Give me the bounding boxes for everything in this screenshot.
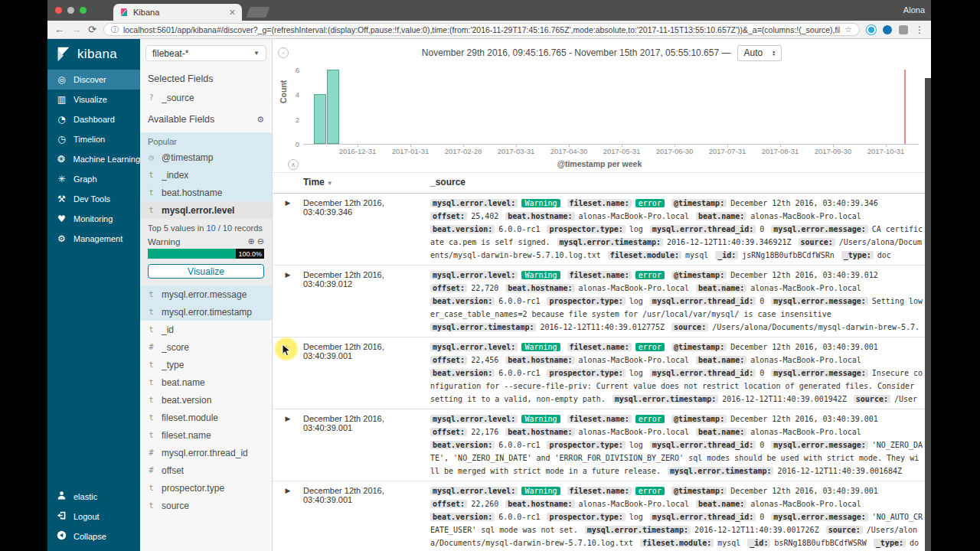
field-item-score[interactable]: #_score bbox=[140, 338, 272, 356]
field-item-mysql-error-level[interactable]: tmysql.error.level bbox=[140, 201, 272, 219]
field-value-highlight: Warning bbox=[521, 199, 560, 207]
screen: Kibana ✕ Alona ← → ⟳ ⓘ localhost:5601/ap… bbox=[0, 0, 980, 551]
field-item-prospector-type[interactable]: tprospector.type bbox=[140, 479, 272, 497]
maximize-window-button[interactable] bbox=[80, 7, 87, 14]
field-item-beat-version[interactable]: tbeat.version bbox=[140, 391, 272, 409]
collapse-histogram-button[interactable]: ∧ bbox=[288, 159, 299, 170]
field-value: December 12th 2016, 03:40:39.012 bbox=[730, 271, 878, 279]
field-value: 0 bbox=[760, 513, 764, 521]
field-value-highlight: error bbox=[635, 199, 665, 207]
field-name: source bbox=[162, 500, 189, 511]
column-header-time[interactable]: Time▼ bbox=[273, 177, 430, 187]
expand-doc-caret-icon[interactable]: ▶ bbox=[273, 412, 303, 478]
field-key-badge: @timestamp: bbox=[671, 487, 727, 495]
selected-fields-heading: Selected Fields bbox=[140, 66, 272, 89]
filter-out-value-icon[interactable]: ⊖ bbox=[257, 236, 264, 246]
field-name: beat.hostname bbox=[162, 187, 222, 198]
new-tab-button[interactable] bbox=[246, 7, 270, 18]
string-type-icon: t bbox=[148, 290, 155, 298]
records-count-link[interactable]: 10 bbox=[206, 223, 215, 233]
sidebar-item-visualize[interactable]: ▥Visualize bbox=[47, 90, 140, 109]
field-key-badge: beat.version: bbox=[430, 225, 495, 233]
field-key-badge: beat.hostname: bbox=[505, 212, 574, 220]
index-pattern-select[interactable]: filebeat-* ▼ bbox=[145, 45, 266, 61]
extension-icon-2[interactable] bbox=[883, 25, 892, 34]
back-icon[interactable]: ← bbox=[54, 24, 64, 34]
sidebar-item-dashboard[interactable]: ◔Dashboard bbox=[47, 109, 140, 129]
field-key-badge: offset: bbox=[430, 212, 467, 220]
field-item-beat-hostname[interactable]: tbeat.hostname bbox=[140, 184, 272, 201]
field-key-badge: mysql.error.level: bbox=[430, 271, 518, 279]
sidebar-footer-logout[interactable]: Logout bbox=[47, 507, 140, 527]
expand-doc-caret-icon[interactable]: ▶ bbox=[273, 269, 303, 334]
field-key-badge: offset: bbox=[430, 284, 467, 292]
histogram-chart: Count 64202016-12-312017-01-312017-02-28… bbox=[273, 64, 926, 169]
field-item-source[interactable]: tsource bbox=[140, 497, 272, 514]
refresh-icon[interactable]: ⟳ bbox=[88, 24, 96, 34]
address-bar[interactable]: ⓘ localhost:5601/app/kibana#/discover?_g… bbox=[103, 23, 860, 36]
field-item-mysql-error-timestamp[interactable]: tmysql.error.timestamp bbox=[140, 303, 272, 321]
field-item-offset[interactable]: #offset bbox=[140, 461, 272, 479]
histogram-bar[interactable] bbox=[327, 70, 339, 144]
url-text: localhost:5601/app/kibana#/discover?_g=(… bbox=[123, 25, 840, 34]
interval-select[interactable]: Auto ▲▼ bbox=[737, 45, 782, 61]
page-scrollbar[interactable] bbox=[925, 78, 931, 551]
sidebar-footer-elastic[interactable]: elastic bbox=[47, 487, 140, 507]
browser-profile-name: Alona bbox=[903, 5, 925, 15]
field-value: 2016-12-12T11:40:39.001942Z bbox=[722, 395, 847, 403]
close-window-button[interactable] bbox=[55, 7, 62, 14]
field-value: log bbox=[629, 513, 643, 521]
field-item-fileset-module[interactable]: tfileset.module bbox=[140, 409, 272, 426]
field-value: 22,260 bbox=[471, 500, 498, 508]
field-value-highlight: Warning bbox=[521, 271, 560, 279]
collapse-fields-sidebar-button[interactable]: ‹ bbox=[278, 47, 289, 58]
field-item-mysql-error-message[interactable]: tmysql.error.message bbox=[140, 285, 272, 303]
kibana-sidenav: kibana ◎Discover▥Visualize◔Dashboard◷Tim… bbox=[47, 39, 140, 551]
expand-doc-caret-icon[interactable]: ▶ bbox=[273, 197, 303, 262]
extension-icon-1[interactable] bbox=[867, 25, 876, 34]
forward-icon[interactable]: → bbox=[71, 24, 81, 34]
field-key-badge: mysql.error.thread_id: bbox=[650, 369, 756, 377]
field-key-badge: source: bbox=[826, 526, 863, 534]
field-item-fileset-name[interactable]: tfileset.name bbox=[140, 426, 272, 444]
sidebar-item-discover[interactable]: ◎Discover bbox=[47, 70, 140, 90]
field-value: mysql bbox=[685, 251, 708, 259]
histogram-plot-area[interactable]: 64202016-12-312017-01-312017-02-282017-0… bbox=[303, 70, 919, 145]
field-settings-gear-icon[interactable]: ⚙ bbox=[256, 115, 264, 125]
sidebar-item-dev-tools[interactable]: ⚒Dev Tools bbox=[47, 189, 140, 209]
sidebar-item-monitoring[interactable]: ♥Monitoring bbox=[47, 209, 140, 229]
field-item-type[interactable]: t_type bbox=[140, 356, 272, 373]
field-item-source[interactable]: ?_source bbox=[140, 89, 272, 106]
visualize-button[interactable]: Visualize bbox=[148, 264, 264, 279]
sidebar-item-management[interactable]: ⚙Management bbox=[47, 229, 140, 249]
page-info-icon[interactable]: ⓘ bbox=[111, 24, 119, 35]
field-key-badge: mysql.error.message: bbox=[771, 441, 867, 449]
browser-tab[interactable]: Kibana ✕ bbox=[113, 4, 242, 21]
field-value: alonas-MacBook-Pro.local bbox=[750, 284, 861, 292]
field-item-id[interactable]: t_id bbox=[140, 321, 272, 338]
x-tick-label: 2017-08-31 bbox=[756, 147, 805, 155]
field-name: mysql.error.thread_id bbox=[162, 448, 248, 458]
field-item-timestamp[interactable]: ◷@timestamp bbox=[140, 148, 272, 166]
field-item-index[interactable]: t_index bbox=[140, 166, 272, 184]
field-item-beat-name[interactable]: tbeat.name bbox=[140, 373, 272, 391]
field-value: alonas-MacBook-Pro.local bbox=[579, 212, 690, 220]
browser-menu-icon[interactable]: ⋮ bbox=[915, 24, 924, 35]
histogram-bar[interactable] bbox=[314, 94, 326, 144]
sidebar-footer-collapse[interactable]: Collapse bbox=[47, 527, 140, 546]
table-body: ▶December 12th 2016, 03:40:39.346mysql.e… bbox=[273, 194, 931, 551]
minimize-window-button[interactable] bbox=[67, 7, 74, 14]
tab-close-icon[interactable]: ✕ bbox=[229, 8, 236, 18]
sidebar-item-machine-learning[interactable]: ❂Machine Learning bbox=[47, 149, 140, 169]
extension-icon-3[interactable] bbox=[899, 25, 908, 34]
documents-table: Time▼ _source ▶December 12th 2016, 03:40… bbox=[273, 172, 931, 551]
doc-source: mysql.error.level:Warningfileset.name:er… bbox=[430, 341, 931, 406]
filter-for-value-icon[interactable]: ⊕ bbox=[248, 236, 255, 246]
field-item-mysql-error-thread-id[interactable]: #mysql.error.thread_id bbox=[140, 444, 272, 461]
sidebar-item-timelion[interactable]: ◷Timelion bbox=[47, 129, 140, 149]
field-name: prospector.type bbox=[162, 483, 224, 494]
sidebar-item-graph[interactable]: ✳Graph bbox=[47, 169, 140, 189]
kibana-logo[interactable]: kibana bbox=[47, 39, 140, 70]
expand-doc-caret-icon[interactable]: ▶ bbox=[273, 484, 303, 549]
bookmark-star-icon[interactable]: ☆ bbox=[844, 24, 852, 34]
